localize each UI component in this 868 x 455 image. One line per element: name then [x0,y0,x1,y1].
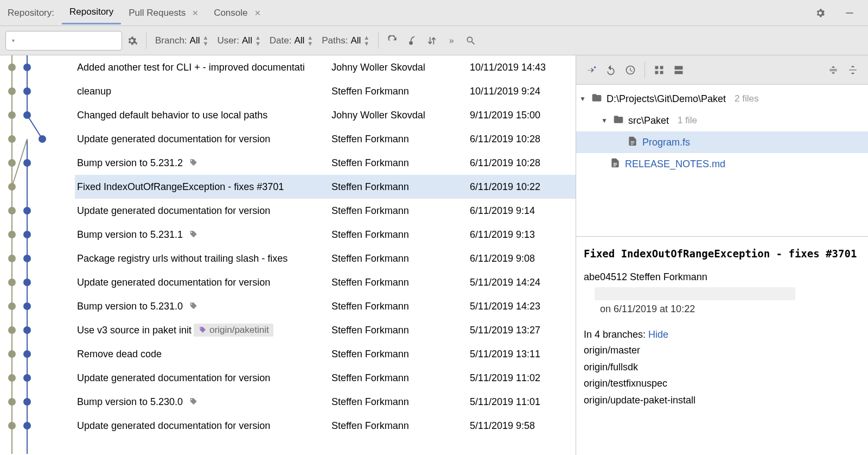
tab-label: Pull Requests [129,8,186,18]
filter-value: All [242,35,252,46]
filter-branch[interactable]: Branch:All▲▼ [151,35,213,47]
close-icon[interactable]: ✕ [254,9,261,17]
sort-arrows-icon: ▲▼ [255,35,261,47]
commit-message: Update generated documentation for versi… [75,277,331,288]
commit-author: Steffen Forkmann [331,301,470,312]
sort-arrows-icon: ▲▼ [307,35,313,47]
svg-line-12 [27,115,42,139]
grid-view-icon[interactable] [649,60,669,80]
commit-row[interactable]: Bump version to 5.230.0Steffen Forkmann5… [75,390,576,414]
navigate-icon[interactable] [582,60,601,80]
commit-message: Fixed IndexOutOfRangeException - fixes #… [75,181,331,193]
commit-message: Update generated documentation for versi… [75,134,331,145]
collapse-all-icon[interactable] [824,60,843,80]
layout-icon[interactable] [669,60,688,80]
tag-icon [188,301,198,311]
commit-row[interactable]: Update generated documentation for versi… [75,199,576,223]
svg-point-43 [23,374,31,382]
commit-author: Steffen Forkmann [331,277,470,288]
search-input[interactable]: ▾ [5,31,122,50]
tag-icon [188,397,198,407]
commit-row[interactable]: Package registry urls without trailing s… [75,247,576,270]
svg-point-40 [23,302,31,310]
commit-row[interactable]: cleanupSteffen Forkmann10/11/2019 9:24 [75,79,576,103]
caret-down-icon: ▼ [579,95,587,103]
gear-icon[interactable] [810,3,830,23]
tag-icon [188,158,198,168]
filter-value: All [350,35,361,46]
minimize-icon[interactable] [840,3,859,23]
file-icon [610,157,621,171]
svg-point-18 [8,135,16,143]
commit-row[interactable]: Remove dead codeSteffen Forkmann5/11/201… [75,342,576,366]
undo-icon[interactable] [601,60,621,80]
commit-row[interactable]: Fixed IndexOutOfRangeException - fixes #… [75,175,576,199]
commit-message: Update generated documentation for versi… [75,420,331,432]
commit-row[interactable]: Bump version to 5.231.0Steffen Forkmann5… [75,294,576,318]
details-pane: ▼ D:\Projects\Git\Demo\Paket 2 files ▼ s… [576,55,868,455]
tab-repository[interactable]: Repository [62,1,121,24]
history-icon[interactable] [621,60,640,80]
commit-date: 9/11/2019 15:00 [470,110,576,121]
tab-pull-requests[interactable]: Pull Requests✕ [121,1,206,24]
tree-file[interactable]: RELEASE_NOTES.md [576,153,868,175]
commit-author: Steffen Forkmann [331,325,470,336]
expand-all-icon[interactable] [843,60,863,80]
commit-row[interactable]: Changed default behavior to use local pa… [75,103,576,127]
close-icon[interactable]: ✕ [192,9,199,17]
branch-name: origin/update-paket-install [584,393,860,408]
tab-console[interactable]: Console✕ [206,1,268,24]
commit-row[interactable]: Bump version to 5.231.1Steffen Forkmann6… [75,223,576,247]
svg-point-33 [23,111,31,119]
commit-row[interactable]: Use v3 source in paket initorigin/paketi… [75,318,576,342]
tree-folder-count: 1 file [678,115,697,126]
branches-section: In 4 branches: Hide [584,327,860,343]
search-field[interactable] [19,36,122,45]
commit-author: Steffen Forkmann [331,205,470,217]
commit-row[interactable]: Update generated documentation for versi… [75,366,576,390]
cherry-pick-button[interactable] [403,31,422,50]
commit-message: Use v3 source in paket initorigin/paketi… [75,324,331,337]
tree-root-path: D:\Projects\Git\Demo\Paket [607,93,726,105]
svg-point-37 [23,231,31,238]
filter-settings-button[interactable]: ▾ [122,31,142,50]
commit-author: Steffen Forkmann [331,157,470,169]
commit-meta: abe04512 Steffen Forkmann [584,269,860,285]
branch-badge[interactable]: origin/paketinit [194,324,273,337]
commits-pane: Added another test for CLI + - improved … [0,55,576,455]
tree-root-count: 2 files [735,93,758,104]
filter-user[interactable]: User:All▲▼ [213,35,265,47]
commit-row[interactable]: Update generated documentation for versi… [75,127,576,151]
commit-author: Johny Woller Skovdal [331,62,470,73]
commit-author: Steffen Forkmann [331,372,470,384]
svg-point-17 [8,111,16,119]
commit-row[interactable]: Update generated documentation for versi… [75,270,576,294]
filter-paths[interactable]: Paths:All▲▼ [317,35,374,47]
commit-row[interactable]: Bump version to 5.231.2Steffen Forkmann6… [75,151,576,175]
commit-date: 5/11/2019 11:02 [470,372,576,384]
refresh-button[interactable] [383,31,403,50]
svg-point-22 [8,231,16,238]
file-icon [627,136,638,149]
find-button[interactable] [461,31,481,50]
filter-date[interactable]: Date:All▲▼ [265,35,317,47]
svg-point-25 [8,302,16,310]
commit-date: 5/11/2019 13:27 [470,325,576,336]
more-button[interactable]: » [442,31,461,50]
caret-down-icon: ▼ [601,117,609,124]
commit-row[interactable]: Update generated documentation for versi… [75,414,576,438]
tree-root[interactable]: ▼ D:\Projects\Git\Demo\Paket 2 files [576,88,868,110]
sort-button[interactable] [422,31,442,50]
tree-file[interactable]: Program.fs [576,131,868,153]
hide-link[interactable]: Hide [648,329,668,340]
svg-point-29 [8,398,16,406]
commit-date: 5/11/2019 9:58 [470,420,576,432]
commit-message: Update generated documentation for versi… [75,372,331,384]
commit-row[interactable]: Added another test for CLI + - improved … [75,55,576,79]
svg-point-45 [23,422,31,429]
tree-folder[interactable]: ▼ src\Paket 1 file [576,110,868,131]
branches-label: In 4 branches: [584,329,648,340]
sort-arrows-icon: ▲▼ [203,35,209,47]
svg-point-35 [23,159,31,167]
commit-author: Steffen Forkmann [331,86,470,97]
